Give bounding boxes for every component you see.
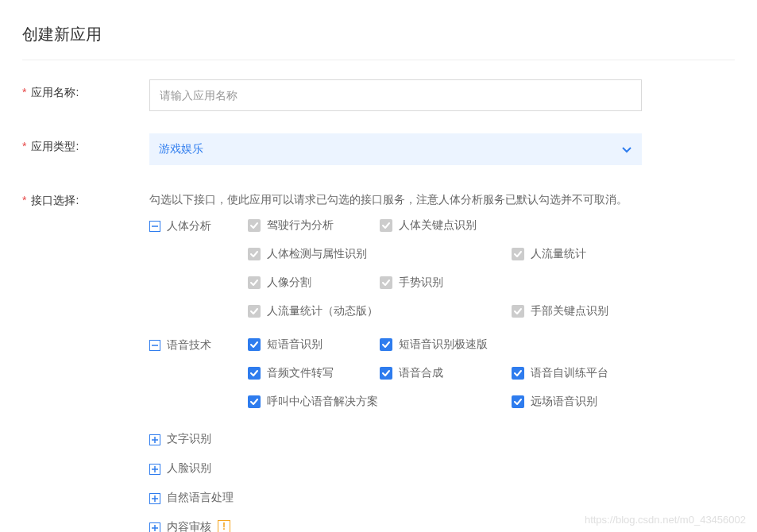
checkbox-label: 语音自训练平台 [531, 366, 608, 380]
checkbox-label: 短语音识别 [267, 337, 322, 352]
checkbox-item[interactable]: 短语音识别 [248, 337, 375, 352]
app-type-select[interactable]: 游戏娱乐 [149, 133, 642, 165]
category-label: 人体分析 [167, 218, 248, 233]
checkbox-icon [512, 305, 524, 318]
app-type-row: *应用类型: 游戏娱乐 [22, 133, 735, 165]
checkbox-label: 人流量统计 [531, 247, 586, 261]
checkbox-icon [380, 276, 392, 289]
category-nlp[interactable]: 自然语言处理 [149, 490, 642, 505]
api-select-label: *接口选择: [22, 187, 149, 208]
checkbox-item: 人像分割 [248, 276, 375, 290]
required-asterisk: * [22, 86, 26, 98]
expand-icon[interactable] [149, 493, 160, 504]
app-type-selected: 游戏娱乐 [159, 142, 203, 156]
checkbox-item[interactable]: 短语音识别极速版 [380, 337, 639, 352]
warning-icon: ! [218, 520, 230, 532]
checkbox-item: 人流量统计（动态版） [248, 304, 507, 318]
category-speech: 语音技术 短语音识别短语音识别极速版音频文件转写语音合成语音自训练平台呼叫中心语… [149, 337, 642, 409]
checkbox-label: 人体检测与属性识别 [267, 247, 367, 261]
checkbox-icon [248, 338, 261, 351]
checkbox-item[interactable]: 呼叫中心语音解决方案 [248, 395, 507, 409]
api-select-row: *接口选择: 勾选以下接口，使此应用可以请求已勾选的接口服务，注意人体分析服务已… [22, 187, 735, 532]
category-face[interactable]: 人脸识别 [149, 461, 642, 476]
checkbox-label: 音频文件转写 [267, 366, 334, 380]
app-name-label: *应用名称: [22, 79, 149, 100]
required-asterisk: * [22, 194, 26, 206]
checkbox-item: 人体检测与属性识别 [248, 247, 507, 261]
checkbox-icon [248, 219, 261, 232]
api-select-description: 勾选以下接口，使此应用可以请求已勾选的接口服务，注意人体分析服务已默认勾选并不可… [149, 187, 642, 212]
checkbox-item: 人体关键点识别 [380, 218, 507, 233]
category-label: 内容审核 [167, 519, 211, 532]
checkbox-icon [248, 367, 261, 380]
expand-icon[interactable] [149, 434, 160, 445]
checkbox-icon [380, 338, 392, 351]
category-label: 人脸识别 [167, 461, 248, 476]
checkbox-item[interactable]: 音频文件转写 [248, 366, 375, 380]
checkbox-icon [248, 395, 261, 408]
checkbox-label: 远场语音识别 [531, 395, 597, 409]
checkbox-icon [512, 395, 524, 408]
category-body-analysis: 人体分析 驾驶行为分析人体关键点识别人体检测与属性识别人流量统计人像分割手势识别… [149, 218, 642, 318]
app-name-input[interactable] [149, 79, 642, 111]
checkbox-label: 人流量统计（动态版） [267, 304, 378, 318]
checkbox-label: 短语音识别极速版 [399, 337, 488, 352]
app-name-row: *应用名称: [22, 79, 735, 111]
category-label: 语音技术 [167, 337, 248, 353]
chevron-down-icon [621, 144, 632, 155]
checkbox-label: 语音合成 [399, 366, 443, 380]
checkbox-icon [248, 276, 261, 289]
collapse-icon[interactable] [149, 221, 160, 232]
category-label: 自然语言处理 [167, 490, 248, 505]
checkbox-label: 人体关键点识别 [399, 218, 477, 233]
checkbox-icon [248, 305, 261, 318]
checkbox-item[interactable]: 远场语音识别 [512, 395, 639, 409]
checkbox-label: 手部关键点识别 [531, 304, 608, 318]
category-ocr[interactable]: 文字识别 [149, 431, 642, 446]
category-label: 文字识别 [167, 431, 248, 446]
app-type-label: *应用类型: [22, 133, 149, 154]
category-content-audit[interactable]: 内容审核 ! [149, 519, 642, 532]
checkbox-item: 驾驶行为分析 [248, 218, 375, 233]
expand-icon[interactable] [149, 522, 160, 532]
checkbox-label: 呼叫中心语音解决方案 [267, 395, 378, 409]
checkbox-icon [512, 248, 524, 260]
checkbox-label: 手势识别 [399, 276, 443, 290]
expand-icon[interactable] [149, 464, 160, 475]
checkbox-label: 人像分割 [267, 276, 311, 290]
checkbox-label: 驾驶行为分析 [267, 218, 334, 233]
checkbox-icon [380, 219, 392, 232]
checkbox-item: 手势识别 [380, 276, 507, 290]
collapse-icon[interactable] [149, 340, 160, 351]
checkbox-icon [248, 248, 261, 260]
checkbox-item[interactable]: 语音合成 [380, 366, 507, 380]
required-asterisk: * [22, 140, 26, 152]
checkbox-icon [380, 367, 392, 380]
checkbox-item: 人流量统计 [512, 247, 639, 261]
checkbox-item[interactable]: 语音自训练平台 [512, 366, 639, 380]
page-title: 创建新应用 [22, 24, 735, 60]
checkbox-item: 手部关键点识别 [512, 304, 639, 318]
checkbox-icon [512, 367, 524, 380]
